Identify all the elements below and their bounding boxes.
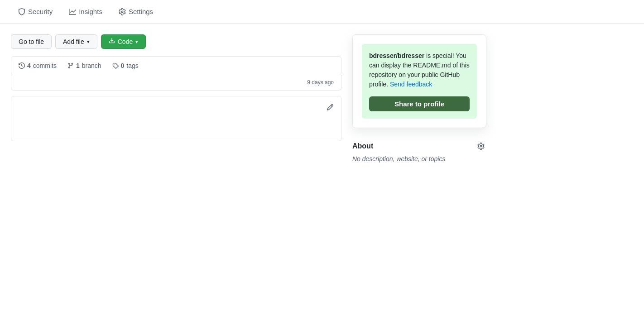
top-nav: Security Insights Settings [0, 0, 644, 24]
time-row: 9 days ago [11, 75, 341, 91]
file-area [11, 96, 341, 141]
history-icon [19, 62, 25, 69]
branches-count: 1 [76, 62, 80, 69]
code-label: Code [118, 37, 133, 46]
about-section: About No description, website, or topics [352, 137, 486, 166]
go-to-file-button[interactable]: Go to file [11, 34, 52, 49]
share-to-profile-button[interactable]: Share to profile [369, 96, 470, 111]
about-title: About [352, 142, 373, 150]
popup-card: bdresser/bdresser is special! You can di… [352, 34, 486, 128]
left-panel: Go to file Add file ▾ Code ▾ [11, 34, 341, 166]
popup-description: bdresser/bdresser is special! You can di… [369, 51, 470, 89]
nav-security-label: Security [28, 8, 53, 15]
popup-inner: bdresser/bdresser is special! You can di… [362, 44, 477, 119]
tags-count: 0 [121, 62, 125, 69]
commits-row: 4 commits 1 branch 0 tags [11, 56, 341, 75]
pencil-icon[interactable] [327, 104, 334, 112]
graph-icon [69, 8, 76, 15]
download-icon [109, 37, 115, 46]
tag-icon [112, 62, 119, 69]
nav-settings-label: Settings [129, 8, 153, 15]
chevron-down-icon: ▾ [87, 37, 90, 46]
toolbar-row: Go to file Add file ▾ Code ▾ [11, 34, 341, 49]
add-file-button[interactable]: Add file ▾ [55, 34, 97, 49]
right-panel: bdresser/bdresser is special! You can di… [352, 34, 486, 166]
feedback-link[interactable]: Send feedback [390, 81, 432, 88]
commits-count: 4 [27, 62, 31, 69]
about-settings-button[interactable] [476, 141, 486, 152]
tags-stat[interactable]: 0 tags [112, 62, 139, 69]
about-description: No description, website, or topics [352, 155, 486, 162]
main-content: Go to file Add file ▾ Code ▾ [0, 24, 644, 166]
nav-item-security[interactable]: Security [11, 4, 60, 19]
add-file-label: Add file [63, 37, 84, 46]
shield-icon [18, 8, 25, 15]
go-to-file-label: Go to file [19, 37, 44, 46]
code-button[interactable]: Code ▾ [101, 34, 146, 49]
branches-stat[interactable]: 1 branch [67, 62, 101, 69]
gear-nav-icon [119, 8, 126, 15]
nav-insights-label: Insights [79, 8, 102, 15]
commits-stat[interactable]: 4 commits [19, 62, 57, 69]
branch-icon [67, 62, 74, 69]
about-header: About [352, 141, 486, 152]
nav-item-settings[interactable]: Settings [111, 4, 160, 19]
popup-repo-name: bdresser/bdresser [369, 52, 424, 59]
time-ago: 9 days ago [307, 79, 334, 86]
code-chevron-icon: ▾ [135, 37, 138, 46]
nav-item-insights[interactable]: Insights [62, 4, 110, 19]
tags-label: tags [126, 62, 138, 69]
commits-label: commits [33, 62, 57, 69]
share-btn-label: Share to profile [394, 100, 444, 108]
branches-label: branch [82, 62, 101, 69]
